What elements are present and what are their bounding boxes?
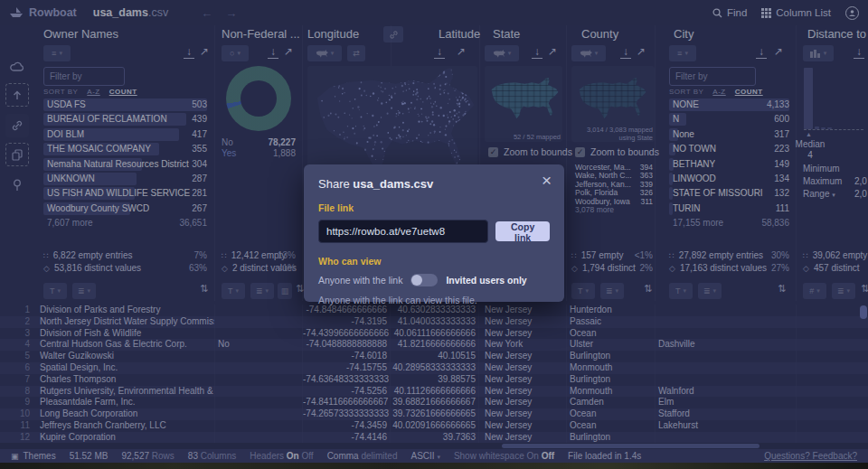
visibility-toggle[interactable]: [410, 274, 438, 286]
option-anyone-label[interactable]: Anyone with the link: [318, 275, 402, 286]
option-invited-label[interactable]: Invited users only: [446, 275, 526, 286]
share-helper-text: Anyone with the link can view this file.: [318, 295, 550, 305]
file-link-input[interactable]: [318, 220, 488, 243]
share-dialog: Share usa_dams.csv × File link Copy link…: [304, 164, 564, 302]
toggle-knob: [411, 275, 422, 286]
file-link-label: File link: [318, 202, 550, 213]
close-icon[interactable]: ×: [542, 172, 552, 189]
share-dialog-title: Share usa_dams.csv: [318, 177, 550, 191]
who-can-view-label: Who can view: [318, 256, 550, 267]
rowboat-app: Rowboat usa_dams.csv ← → Find Column Lis…: [0, 0, 868, 469]
copy-link-button[interactable]: Copy link: [495, 221, 550, 241]
